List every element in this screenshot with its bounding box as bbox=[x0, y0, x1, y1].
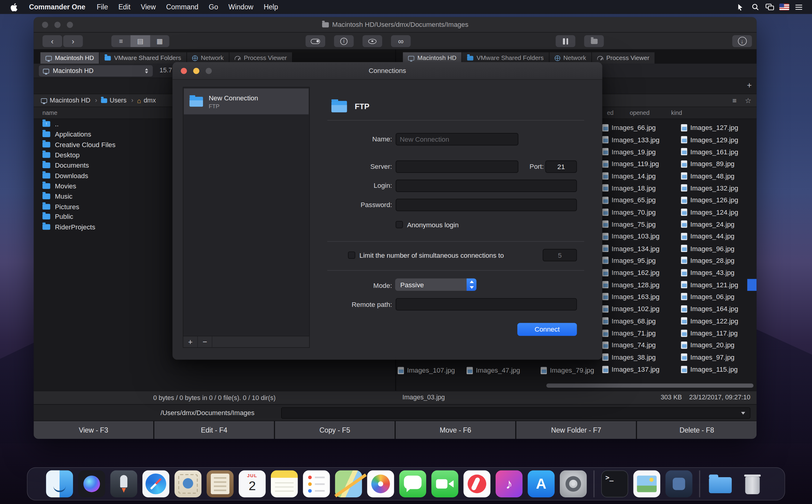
breadcrumb-item[interactable]: ⌂dmx bbox=[137, 97, 160, 104]
terminal-icon[interactable] bbox=[601, 471, 628, 497]
file-row[interactable]: Images_24.jpg bbox=[681, 218, 754, 230]
switcher-icon[interactable] bbox=[791, 0, 806, 14]
file-row[interactable]: Images_20.jpg bbox=[681, 339, 754, 351]
mail-icon[interactable] bbox=[175, 471, 201, 497]
apple-menu-icon[interactable] bbox=[10, 3, 17, 11]
file-row[interactable]: Images_161.jpg bbox=[681, 146, 754, 158]
file-row[interactable]: Images_28.jpg bbox=[681, 254, 754, 266]
info-button[interactable] bbox=[334, 35, 353, 47]
safari-icon[interactable] bbox=[142, 471, 169, 497]
view-thumbnails-button[interactable]: ▦ bbox=[150, 35, 169, 47]
zoom-button[interactable] bbox=[206, 68, 212, 74]
app-store-icon[interactable] bbox=[528, 471, 555, 497]
file-row[interactable]: Images_132.jpg bbox=[681, 182, 754, 194]
preview-button[interactable] bbox=[362, 35, 382, 47]
view-list-button[interactable]: ≡ bbox=[111, 35, 131, 47]
favorites-star-icon[interactable]: ☆ bbox=[745, 96, 752, 104]
maps-icon[interactable] bbox=[335, 471, 362, 497]
file-row[interactable]: Images_79.jpg bbox=[541, 364, 613, 376]
file-row[interactable]: Images_162.jpg bbox=[602, 266, 675, 279]
view-details-button[interactable]: ▤ bbox=[131, 35, 150, 47]
function-key-button[interactable]: View - F3 bbox=[34, 421, 153, 439]
file-row[interactable]: Images_124.jpg bbox=[681, 206, 754, 218]
column-header-name[interactable]: name bbox=[43, 110, 57, 116]
new-tab-button[interactable]: + bbox=[744, 80, 754, 90]
tab-vmware-shared-folders[interactable]: VMware Shared Folders bbox=[99, 52, 187, 64]
menubar-item[interactable]: Command bbox=[161, 3, 204, 11]
back-button[interactable]: ‹ bbox=[43, 35, 62, 47]
close-button[interactable] bbox=[42, 22, 48, 28]
preview-icon[interactable] bbox=[634, 471, 660, 497]
system-preferences-icon[interactable] bbox=[560, 471, 587, 497]
file-row[interactable]: Images_133.jpg bbox=[602, 134, 675, 146]
tab-macintosh-hd[interactable]: Macintosh HD bbox=[40, 52, 99, 64]
drive-selector[interactable]: Macintosh HD bbox=[39, 65, 153, 77]
file-row[interactable]: Images_115.jpg bbox=[681, 363, 754, 375]
launchpad-icon[interactable] bbox=[110, 471, 137, 497]
tab-process-viewer[interactable]: Process Viewer bbox=[592, 52, 655, 64]
reminders-icon[interactable] bbox=[303, 471, 330, 497]
file-row[interactable]: Images_70.jpg bbox=[602, 206, 675, 218]
finder-icon[interactable] bbox=[46, 471, 73, 497]
file-row[interactable]: Images_95.jpg bbox=[602, 254, 675, 266]
column-header-opened[interactable]: opened bbox=[630, 110, 650, 116]
files-app-icon[interactable] bbox=[665, 471, 692, 497]
file-row[interactable]: Images_121.jpg bbox=[681, 279, 754, 291]
command-line-input[interactable] bbox=[281, 407, 750, 419]
pointer-icon[interactable] bbox=[733, 0, 748, 14]
file-row[interactable]: Images_38.jpg bbox=[602, 351, 675, 363]
file-row[interactable]: Images_18.jpg bbox=[602, 182, 675, 194]
folder-tools-button[interactable] bbox=[584, 35, 604, 47]
app-menu-title[interactable]: Commander One bbox=[25, 3, 89, 11]
file-row[interactable]: Images_119.jpg bbox=[602, 158, 675, 170]
file-row[interactable]: Images_44.jpg bbox=[681, 230, 754, 242]
facetime-icon[interactable] bbox=[431, 471, 458, 497]
file-row[interactable]: Images_14.jpg bbox=[602, 170, 675, 182]
file-row[interactable]: Images_19.jpg bbox=[602, 146, 675, 158]
function-key-button[interactable]: Edit - F4 bbox=[154, 421, 274, 439]
file-row[interactable]: Images_43.jpg bbox=[681, 266, 754, 279]
file-row[interactable]: Images_122.jpg bbox=[681, 315, 754, 327]
search-icon[interactable] bbox=[748, 0, 762, 14]
messages-icon[interactable] bbox=[399, 471, 426, 497]
minimize-button[interactable] bbox=[54, 22, 61, 28]
selected-file-edge[interactable] bbox=[747, 279, 757, 291]
file-row[interactable]: Images_97.jpg bbox=[681, 351, 754, 363]
function-key-button[interactable]: Delete - F8 bbox=[637, 421, 757, 439]
file-row[interactable]: Images_103.jpg bbox=[602, 230, 675, 242]
dock-divider[interactable] bbox=[699, 471, 700, 497]
remote-path-field[interactable] bbox=[396, 298, 577, 310]
transfers-button[interactable] bbox=[732, 35, 752, 47]
password-field[interactable] bbox=[396, 199, 577, 211]
contacts-icon[interactable] bbox=[207, 471, 233, 497]
menubar-item[interactable]: Help bbox=[258, 3, 283, 11]
menubar-item[interactable]: Go bbox=[204, 3, 223, 11]
column-header-created-partial[interactable]: ed bbox=[607, 110, 614, 116]
calendar-icon[interactable]: JUL 2 bbox=[238, 471, 265, 497]
file-row[interactable]: Images_68.jpg bbox=[602, 315, 675, 327]
file-row[interactable]: Images_134.jpg bbox=[602, 242, 675, 254]
file-row[interactable]: Images_128.jpg bbox=[602, 279, 675, 291]
connection-list-item[interactable]: New Connection FTP bbox=[184, 89, 308, 115]
function-key-button[interactable]: New Folder - F7 bbox=[517, 421, 636, 439]
pane-menu-icon[interactable]: ≡ bbox=[732, 96, 737, 104]
file-row[interactable]: Images_126.jpg bbox=[681, 194, 754, 206]
file-row[interactable]: Images_117.jpg bbox=[681, 327, 754, 339]
file-row[interactable]: Images_48.jpg bbox=[681, 170, 754, 182]
file-row[interactable]: Images_129.jpg bbox=[681, 134, 754, 146]
link-panels-button[interactable] bbox=[391, 35, 411, 47]
keyboard-flag-icon[interactable] bbox=[777, 0, 791, 14]
menubar-item[interactable]: Edit bbox=[113, 3, 135, 11]
zoom-button[interactable] bbox=[67, 22, 73, 28]
login-field[interactable] bbox=[396, 180, 577, 192]
remove-connection-button[interactable]: − bbox=[198, 336, 212, 347]
limit-connections-field[interactable] bbox=[543, 249, 577, 261]
file-row[interactable]: Images_89.jpg bbox=[681, 158, 754, 170]
file-row[interactable]: Images_74.jpg bbox=[602, 339, 675, 351]
file-row[interactable]: Images_127.jpg bbox=[681, 121, 754, 134]
column-header-kind[interactable]: kind bbox=[671, 110, 682, 116]
file-row[interactable]: Images_06.jpg bbox=[681, 291, 754, 303]
limit-connections-checkbox[interactable] bbox=[348, 251, 355, 259]
file-row[interactable]: Images_47.jpg bbox=[467, 364, 539, 376]
menubar-item[interactable]: View bbox=[135, 3, 161, 11]
